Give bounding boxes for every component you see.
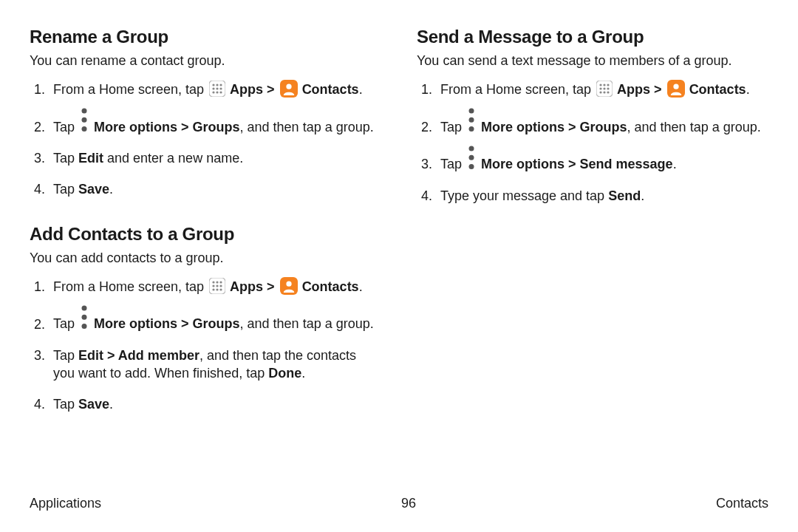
text: , and then tap a group. — [627, 120, 761, 134]
chevron: > — [263, 82, 279, 97]
apps-label: Apps — [230, 279, 263, 294]
svg-point-27 — [82, 306, 87, 311]
svg-point-34 — [599, 88, 601, 90]
svg-point-47 — [469, 164, 474, 169]
svg-point-17 — [216, 281, 218, 283]
text: Tap — [440, 157, 466, 171]
heading-send: Send a Message to a Group — [417, 27, 768, 47]
svg-point-2 — [216, 84, 218, 86]
step: Type your message and tap Send. — [436, 187, 768, 205]
svg-point-39 — [607, 92, 609, 94]
more-options-icon — [466, 112, 477, 129]
svg-point-31 — [599, 84, 601, 86]
svg-point-16 — [212, 281, 214, 283]
text: Tap — [53, 397, 78, 412]
footer-left: Applications — [30, 496, 101, 511]
svg-point-38 — [603, 92, 605, 94]
send-label: Send — [608, 188, 641, 203]
svg-point-43 — [469, 117, 474, 123]
more-options-icon — [79, 112, 89, 129]
step: Tap Save. — [49, 395, 381, 413]
desc-add: You can add contacts to a group. — [30, 249, 381, 267]
svg-point-33 — [607, 84, 609, 86]
svg-point-32 — [603, 84, 605, 86]
text: Type your message and tap — [440, 188, 608, 203]
text: , and then tap a group. — [240, 120, 374, 134]
text: From a Home screen, tap — [53, 279, 208, 294]
apps-icon — [596, 81, 613, 97]
svg-point-21 — [219, 284, 222, 287]
svg-point-5 — [216, 88, 218, 90]
svg-point-36 — [607, 88, 609, 90]
svg-point-46 — [469, 155, 474, 160]
heading-rename: Rename a Group — [30, 27, 381, 47]
svg-point-29 — [82, 324, 87, 329]
contacts-label: Contacts — [689, 82, 746, 97]
more-options-icon — [466, 149, 477, 166]
footer-page-number: 96 — [401, 496, 416, 511]
svg-point-37 — [599, 92, 601, 94]
text: . — [301, 366, 305, 381]
svg-point-18 — [219, 281, 222, 283]
text: . — [359, 279, 363, 294]
contacts-icon — [280, 80, 298, 98]
page-footer: Applications 96 Contacts — [30, 496, 768, 511]
chevron: > — [263, 279, 279, 294]
text: Tap — [53, 182, 78, 197]
edit-add-member-label: Edit > Add member — [78, 348, 200, 363]
text: . — [109, 397, 113, 412]
svg-point-19 — [212, 284, 214, 287]
text: Tap — [53, 348, 78, 363]
step: Tap More options > Send message. — [436, 149, 768, 174]
svg-point-42 — [469, 109, 474, 114]
svg-point-3 — [219, 84, 222, 86]
done-label: Done — [268, 366, 301, 381]
svg-point-45 — [469, 146, 474, 151]
svg-point-28 — [82, 315, 87, 320]
svg-point-12 — [82, 109, 87, 114]
steps-send: From a Home screen, tap Apps > Contacts.… — [417, 80, 768, 205]
more-groups-label: More options > Groups — [481, 120, 627, 134]
svg-point-8 — [216, 92, 218, 94]
step: From a Home screen, tap Apps > Contacts. — [436, 80, 768, 98]
svg-point-14 — [82, 126, 87, 132]
svg-point-44 — [469, 126, 474, 132]
svg-point-4 — [212, 88, 214, 90]
contacts-icon — [280, 277, 298, 295]
more-send-label: More options > Send message — [481, 157, 673, 171]
more-groups-label: More options > Groups — [94, 120, 240, 134]
save-label: Save — [78, 182, 109, 197]
svg-point-20 — [216, 284, 218, 287]
steps-add: From a Home screen, tap Apps > Contacts.… — [30, 277, 381, 414]
svg-point-35 — [603, 88, 605, 90]
text: and enter a new name. — [103, 151, 243, 166]
text: . — [641, 188, 644, 203]
step: Tap Save. — [49, 180, 381, 198]
contacts-label: Contacts — [302, 82, 359, 97]
svg-point-7 — [212, 92, 214, 94]
more-options-icon — [79, 309, 89, 325]
text: , and then tap a group. — [240, 317, 374, 332]
apps-label: Apps — [617, 82, 650, 97]
chevron: > — [650, 82, 666, 97]
step: Tap More options > Groups, and then tap … — [49, 309, 381, 333]
text: . — [673, 157, 677, 171]
step: From a Home screen, tap Apps > Contacts. — [49, 80, 381, 98]
svg-point-24 — [219, 288, 222, 290]
section-add-contacts: Add Contacts to a Group You can add cont… — [30, 224, 381, 414]
save-label: Save — [78, 397, 109, 412]
apps-label: Apps — [230, 82, 263, 97]
svg-point-41 — [673, 84, 678, 89]
svg-point-26 — [286, 282, 291, 287]
text: Tap — [440, 120, 466, 134]
desc-send: You can send a text message to members o… — [417, 52, 768, 69]
more-groups-label: More options > Groups — [94, 317, 240, 332]
svg-point-6 — [219, 88, 222, 90]
desc-rename: You can rename a contact group. — [30, 52, 381, 69]
svg-point-13 — [82, 117, 87, 123]
text: Tap — [53, 151, 78, 166]
footer-right: Contacts — [716, 496, 768, 511]
text: Tap — [53, 317, 78, 332]
svg-point-1 — [212, 84, 214, 86]
text: From a Home screen, tap — [53, 82, 208, 97]
